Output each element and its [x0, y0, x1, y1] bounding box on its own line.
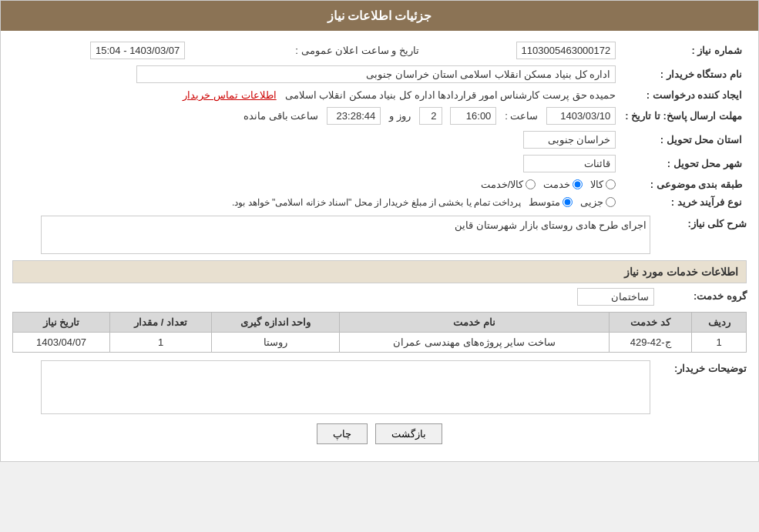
radio-jozi-label: جزیی — [580, 196, 603, 208]
cell-nam-khedmat: ساخت سایر پروژه‌های مهندسی عمران — [340, 333, 610, 353]
tarikh-aelaan-label: تاریخ و ساعت اعلان عمومی : — [190, 38, 435, 62]
table-header-row: ردیف کد خدمت نام خدمت واحد اندازه گیری ت… — [13, 313, 747, 333]
info-table: شماره نیاز : 1103005463000172 تاریخ و سا… — [12, 38, 747, 211]
row-ostan: استان محل تحویل : خراسان جنوبی — [12, 128, 747, 152]
page-title: جزئیات اطلاعات نیاز — [327, 9, 432, 22]
sharh-kolli-row: شرح کلی نیاز: اجرای طرح هادی روستای بازا… — [12, 216, 747, 254]
tarikh-aelaan-value: 1403/03/07 - 15:04 — [12, 38, 190, 62]
grohe-khedmat-value: ساختمان — [12, 288, 654, 306]
shahr-box: قائنات — [523, 155, 616, 172]
col-nam-khedmat: نام خدمت — [340, 313, 610, 333]
row-shomare-tarikh: شماره نیاز : 1103005463000172 تاریخ و سا… — [12, 38, 747, 62]
noe-farayand-radio-group: جزیی متوسط پرداخت تمام یا بخشی از مبلغ خ… — [17, 196, 616, 208]
page-wrapper: جزئیات اطلاعات نیاز شماره نیاز : 1103005… — [0, 0, 759, 462]
col-vahad-andaze: واحد اندازه گیری — [212, 313, 340, 333]
ostan-box: خراسان جنوبی — [523, 131, 616, 149]
radio-mottaset-label: متوسط — [529, 196, 560, 208]
sharh-kolli-area: اجرای طرح هادی روستای بازار شهرستان قاین — [12, 216, 654, 254]
col-radif: ردیف — [692, 313, 747, 333]
ijad-konande-text: حمیده حق پرست کارشناس امور قراردادها ادا… — [285, 89, 616, 101]
tozihat-textarea[interactable] — [41, 360, 650, 414]
noe-farayand-options: جزیی متوسط پرداخت تمام یا بخشی از مبلغ خ… — [12, 193, 620, 211]
grohe-khedmat-box: ساختمان — [577, 288, 654, 306]
tozihat-row: توضیحات خریدار: — [12, 360, 747, 414]
ersal-date-box: 1403/03/10 — [546, 107, 616, 125]
ersal-rooz-box: 2 — [419, 107, 442, 125]
grohe-khedmat-label: گروه خدمت: — [654, 288, 747, 302]
cell-vahad-andaze: روستا — [212, 333, 340, 353]
cell-tedad-megdar: 1 — [110, 333, 212, 353]
table-row: 1 ج-42-429 ساخت سایر پروژه‌های مهندسی عم… — [13, 333, 747, 353]
radio-kala: کالا — [590, 179, 616, 190]
col-tarikh-niaz: تاریخ نیاز — [13, 313, 110, 333]
button-row: بازگشت چاپ — [12, 423, 747, 444]
shahr-label: شهر محل تحویل : — [620, 152, 747, 176]
ijad-konande-value: حمیده حق پرست کارشناس امور قراردادها ادا… — [12, 86, 620, 104]
radio-jozi: جزیی — [580, 196, 616, 208]
ersal-saat-box: 16:00 — [450, 107, 496, 125]
nam-dastgah-value: اداره کل بنیاد مسکن انقلاب اسلامی استان … — [12, 62, 620, 86]
cell-radif: 1 — [692, 333, 747, 353]
khadamat-section-header: اطلاعات خدمات مورد نیاز — [12, 260, 747, 283]
ostan-label: استان محل تحویل : — [620, 128, 747, 152]
content-area: شماره نیاز : 1103005463000172 تاریخ و سا… — [1, 31, 758, 461]
shahr-value: قائنات — [12, 152, 620, 176]
contact-info-link[interactable]: اطلاعات تماس خریدار — [183, 89, 276, 101]
radio-mottaset-input[interactable] — [563, 197, 573, 207]
radio-khedmat-input[interactable] — [573, 179, 583, 189]
row-noe-farayand: نوع فرآیند خرید : جزیی متوسط پرداخت تمام… — [12, 193, 747, 211]
ersal-saat-label: ساعت : — [505, 110, 538, 122]
shomare-niaz-value: 1103005463000172 — [435, 38, 620, 62]
radio-jozi-input[interactable] — [606, 197, 616, 207]
ostan-value: خراسان جنوبی — [12, 128, 620, 152]
sharh-kolli-text: اجرای طرح هادی روستای بازار شهرستان قاین — [455, 219, 646, 231]
mohlet-ersal-value: 1403/03/10 ساعت : 16:00 2 روز و 23:28:44… — [12, 104, 620, 128]
row-mohlet-ersal: مهلت ارسال پاسخ: تا تاریخ : 1403/03/10 س… — [12, 104, 747, 128]
grohe-khedmat-row: گروه خدمت: ساختمان — [12, 288, 747, 306]
services-table: ردیف کد خدمت نام خدمت واحد اندازه گیری ت… — [12, 312, 747, 353]
row-tabaqebandi: طبقه بندی موضوعی : کالا خدمت — [12, 176, 747, 193]
radio-mottaset: متوسط — [529, 196, 573, 208]
col-kod-khedmat: کد خدمت — [609, 313, 691, 333]
table-body: 1 ج-42-429 ساخت سایر پروژه‌های مهندسی عم… — [13, 333, 747, 353]
radio-kala-input[interactable] — [606, 179, 616, 189]
tarikh-aelaan-box: 1403/03/07 - 15:04 — [90, 42, 185, 59]
cell-kod-khedmat: ج-42-429 — [609, 333, 691, 353]
radio-kala-khedmat-label: کالا/خدمت — [481, 179, 524, 190]
shomare-niaz-label: شماره نیاز : — [620, 38, 747, 62]
noe-farayand-label: نوع فرآیند خرید : — [620, 193, 747, 211]
tabaqebandi-label: طبقه بندی موضوعی : — [620, 176, 747, 193]
tabaqebandi-radio-group: کالا خدمت کالا/خدمت — [17, 179, 616, 190]
row-nam-dastgah: نام دستگاه خریدار : اداره کل بنیاد مسکن … — [12, 62, 747, 86]
tozihat-label: توضیحات خریدار: — [654, 360, 747, 374]
row-shahr: شهر محل تحویل : قائنات — [12, 152, 747, 176]
chap-button[interactable]: چاپ — [317, 423, 368, 444]
cell-tarikh-niaz: 1403/04/07 — [13, 333, 110, 353]
nam-dastgah-box: اداره کل بنیاد مسکن انقلاب اسلامی استان … — [136, 65, 616, 83]
bazgasht-button[interactable]: بازگشت — [375, 423, 442, 444]
mohlet-ersal-label: مهلت ارسال پاسخ: تا تاریخ : — [620, 104, 747, 128]
radio-kala-khedmat-input[interactable] — [526, 179, 536, 189]
noe-farayand-note: پرداخت تمام یا بخشی از مبلغ خریدار از مح… — [232, 197, 521, 208]
col-tedad-megdar: تعداد / مقدار — [110, 313, 212, 333]
ijad-konande-label: ایجاد کننده درخواست : — [620, 86, 747, 104]
table-header: ردیف کد خدمت نام خدمت واحد اندازه گیری ت… — [13, 313, 747, 333]
radio-kala-label: کالا — [590, 179, 603, 190]
sharh-kolli-label: شرح کلی نیاز: — [654, 216, 747, 229]
radio-kala-khedmat: کالا/خدمت — [481, 179, 536, 190]
tabaqebandi-options: کالا خدمت کالا/خدمت — [12, 176, 620, 193]
radio-khedmat: خدمت — [543, 179, 583, 190]
page-header: جزئیات اطلاعات نیاز — [1, 1, 758, 31]
row-ijad-konande: ایجاد کننده درخواست : حمیده حق پرست کارش… — [12, 86, 747, 104]
ersal-remaining-label: ساعت باقی مانده — [243, 110, 318, 122]
tozihat-value — [12, 360, 654, 414]
sharh-kolli-value: اجرای طرح هادی روستای بازار شهرستان قاین — [12, 216, 654, 254]
nam-dastgah-label: نام دستگاه خریدار : — [620, 62, 747, 86]
ersal-countdown-box: 23:28:44 — [327, 107, 381, 125]
shomare-niaz-box: 1103005463000172 — [516, 42, 616, 59]
ersal-rooz-label: روز و — [389, 110, 411, 122]
radio-khedmat-label: خدمت — [543, 179, 570, 190]
